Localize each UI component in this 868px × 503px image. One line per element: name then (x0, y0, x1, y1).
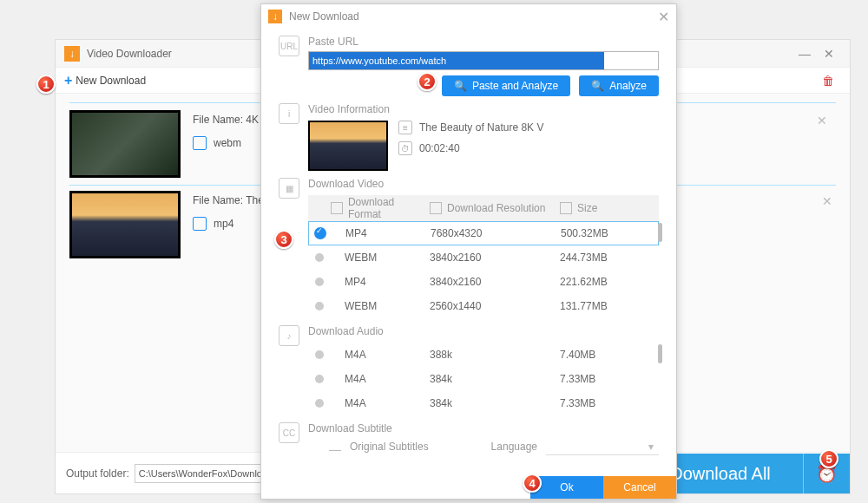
url-icon: URL (279, 36, 299, 56)
scrollbar[interactable] (658, 344, 662, 363)
callout-1: 1 (36, 75, 56, 94)
video-duration: 00:02:40 (419, 142, 460, 154)
callout-3: 3 (274, 230, 293, 249)
cancel-button[interactable]: Cancel (603, 476, 676, 499)
callout-2: 2 (418, 72, 437, 91)
audio-icon: ♪ (279, 325, 299, 346)
title-icon: ≡ (398, 121, 412, 134)
url-value: https://www.youtube.com/watch (309, 52, 604, 69)
video-title: The Beauty of Nature 8K V (419, 121, 543, 134)
download-audio-label: Download Audio (308, 325, 659, 337)
format-label: mp4 (214, 218, 233, 230)
new-download-dialog: ↓ New Download ✕ URL Paste URL https://w… (260, 3, 677, 500)
analyze-button[interactable]: 🔍Analyze (579, 75, 659, 96)
paste-url-label: Paste URL (308, 36, 659, 48)
url-input[interactable]: https://www.youtube.com/watch (308, 51, 659, 70)
video-format-list: MP4 7680x4320 500.32MB WEBM 3840x2160 24… (308, 221, 659, 318)
format-icon (193, 136, 207, 150)
callout-5: 5 (819, 449, 838, 468)
ok-button[interactable]: Ok (530, 476, 603, 499)
download-video-label: Download Video (308, 178, 659, 190)
video-format-row[interactable]: MP4 7680x4320 500.32MB (308, 221, 659, 245)
video-info-label: Video Information (308, 103, 659, 115)
audio-format-row[interactable]: M4A 384k 7.33MB (308, 367, 659, 391)
scrollbar[interactable] (658, 223, 662, 242)
close-button[interactable]: ✕ (817, 47, 841, 61)
format-header-icon (331, 202, 343, 214)
radio-icon[interactable] (308, 399, 331, 408)
radio-icon[interactable] (308, 302, 331, 310)
language-label: Language (491, 441, 537, 453)
video-format-row[interactable]: MP4 3840x2160 221.62MB (308, 270, 659, 294)
video-format-row[interactable]: WEBM 3840x2160 244.73MB (308, 245, 659, 270)
video-thumbnail (69, 110, 181, 178)
info-icon: i (279, 103, 299, 124)
dialog-title: New Download (289, 10, 658, 23)
radio-selected-icon[interactable] (309, 227, 332, 239)
size-header-icon (560, 202, 572, 214)
callout-4: 4 (523, 474, 542, 493)
search-icon: 🔍 (591, 80, 604, 92)
dialog-logo-icon: ↓ (268, 10, 282, 23)
original-subtitles-label: Original Subtitles (350, 441, 429, 453)
audio-format-list: M4A 388k 7.40MB M4A 384k 7.33MB M4A 384k (308, 343, 659, 415)
app-logo-icon: ↓ (64, 46, 80, 62)
dialog-close-button[interactable]: ✕ (658, 9, 669, 25)
paste-and-analyze-button[interactable]: 🔍Paste and Analyze (442, 75, 570, 96)
download-audio-section: ♪ Download Audio M4A 388k 7.40MB M4A 384… (279, 325, 659, 415)
output-folder-label: Output folder: (66, 467, 129, 480)
subtitle-checkbox[interactable] (329, 442, 341, 451)
dialog-titlebar: ↓ New Download ✕ (261, 4, 676, 29)
remove-item-button[interactable]: ✕ (819, 191, 836, 258)
clock-icon: ⏱ (398, 141, 412, 155)
radio-icon[interactable] (308, 253, 331, 262)
new-download-button[interactable]: New Download (76, 75, 146, 87)
video-table-header: Download Format Download Resolution Size (308, 195, 659, 221)
download-subtitle-section: CC Download Subtitle Original Subtitles … (279, 422, 659, 455)
format-label: webm (214, 137, 241, 149)
video-icon: ▦ (279, 178, 299, 199)
resolution-header-icon (430, 202, 442, 214)
paste-url-section: URL Paste URL https://www.youtube.com/wa… (279, 36, 659, 96)
format-icon (193, 217, 207, 231)
download-subtitle-label: Download Subtitle (308, 422, 659, 434)
search-icon: 🔍 (454, 80, 467, 92)
app-title: Video Downloader (87, 48, 172, 60)
minimize-button[interactable]: — (792, 47, 817, 61)
video-format-row[interactable]: WEBM 2560x1440 131.77MB (308, 294, 659, 318)
video-info-section: i Video Information ≡The Beauty of Natur… (279, 103, 659, 171)
dialog-footer: Ok Cancel (261, 476, 676, 499)
radio-icon[interactable] (308, 375, 331, 383)
download-video-section: ▦ Download Video Download Format Downloa… (279, 178, 659, 318)
radio-icon[interactable] (308, 278, 331, 286)
remove-item-button[interactable]: ✕ (813, 110, 831, 178)
audio-format-row[interactable]: M4A 388k 7.40MB (308, 343, 659, 367)
radio-icon[interactable] (308, 350, 331, 359)
video-info-thumbnail (308, 121, 388, 171)
subtitle-icon: CC (279, 422, 299, 443)
plus-icon: + (64, 73, 72, 88)
language-select[interactable]: ▾ (546, 438, 659, 455)
trash-icon[interactable]: 🗑 (822, 74, 834, 88)
audio-format-row[interactable]: M4A 384k 7.33MB (308, 391, 659, 415)
video-thumbnail (69, 191, 181, 258)
